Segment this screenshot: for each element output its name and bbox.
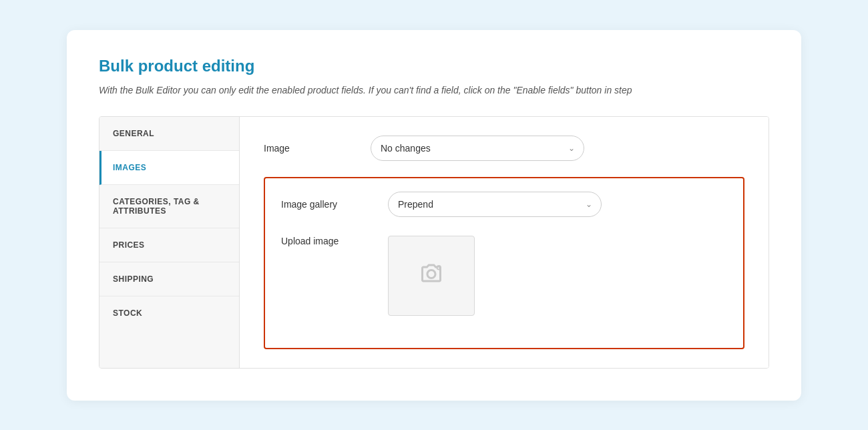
sidebar-item-general[interactable]: GENERAL [99, 117, 239, 151]
page-description: With the Bulk Editor you can only edit t… [99, 83, 769, 97]
sidebar-item-prices[interactable]: PRICES [99, 228, 239, 262]
upload-image-area[interactable]: + [388, 236, 475, 316]
image-gallery-select[interactable]: Prepend Append Replace Remove [388, 192, 602, 217]
image-gallery-field-row: Image gallery Prepend Append Replace Rem… [281, 192, 727, 217]
upload-icon: + [419, 261, 443, 290]
image-select-wrapper: No changes Replace Remove ⌄ [371, 136, 584, 161]
sidebar-item-categories[interactable]: CATEGORIES, TAG & ATTRIBUTES [99, 185, 239, 228]
image-gallery-select-wrapper: Prepend Append Replace Remove ⌄ [388, 192, 602, 217]
editor-layout: GENERAL IMAGES CATEGORIES, TAG & ATTRIBU… [99, 116, 769, 369]
upload-image-label: Upload image [281, 236, 388, 246]
sidebar: GENERAL IMAGES CATEGORIES, TAG & ATTRIBU… [99, 117, 240, 368]
image-select[interactable]: No changes Replace Remove [371, 136, 584, 161]
sidebar-item-stock[interactable]: STOCK [99, 296, 239, 330]
upload-image-field-row: Upload image + [281, 236, 727, 316]
svg-text:+: + [437, 266, 439, 270]
bulk-edit-card: Bulk product editing With the Bulk Edito… [67, 30, 801, 401]
image-field-row: Image No changes Replace Remove ⌄ [264, 136, 744, 161]
highlighted-section: Image gallery Prepend Append Replace Rem… [264, 177, 744, 349]
image-control: No changes Replace Remove ⌄ [371, 136, 584, 161]
sidebar-item-shipping[interactable]: SHIPPING [99, 262, 239, 296]
image-label: Image [264, 143, 371, 154]
main-content: Image No changes Replace Remove ⌄ [240, 117, 769, 368]
image-gallery-control: Prepend Append Replace Remove ⌄ [388, 192, 602, 217]
page-title: Bulk product editing [99, 57, 769, 75]
image-gallery-label: Image gallery [281, 199, 388, 210]
sidebar-item-images[interactable]: IMAGES [99, 151, 239, 185]
